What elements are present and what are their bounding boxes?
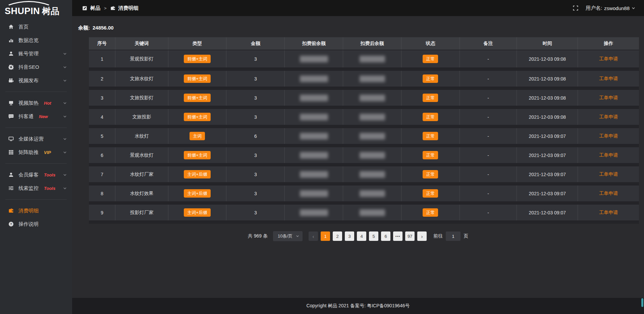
sidebar-item-首页[interactable]: 首页	[0, 20, 72, 34]
work-order-link[interactable]: 工单申请	[599, 133, 618, 139]
page-button-6[interactable]: 6	[381, 231, 390, 241]
topbar-right: 用户名: zswodun88	[573, 5, 635, 11]
cell-post-balance	[343, 203, 401, 222]
sidebar-item-label: 操作说明	[18, 221, 39, 227]
work-order-link[interactable]: 工单申请	[599, 210, 618, 215]
sidebar-item-抖音SEO[interactable]: 抖音SEO	[0, 60, 72, 74]
main-column: 树品 > 消费明细 用户名: zswodun88	[72, 0, 644, 314]
sidebar-item-矩阵助推[interactable]: 矩阵助推VIP	[0, 146, 72, 159]
cell-index: 1	[89, 50, 115, 69]
page-button-1[interactable]: 1	[321, 231, 330, 241]
sidebar-item-label: 消费明细	[18, 208, 39, 214]
work-order-link[interactable]: 工单申请	[599, 56, 618, 61]
chevron-down-icon	[63, 151, 67, 154]
column-header-扣费前余额: 扣费前余额	[285, 37, 343, 50]
cell-post-balance	[343, 88, 401, 107]
user-menu[interactable]: 用户名: zswodun88	[586, 5, 635, 11]
cell-type: 主词+后缀	[168, 184, 226, 203]
chevron-down-icon	[63, 101, 67, 105]
work-order-link[interactable]: 工单申请	[599, 191, 618, 196]
sidebar-item-会员爆客[interactable]: 会员爆客Tools	[0, 168, 72, 181]
topbar: 树品 > 消费明细 用户名: zswodun88	[72, 0, 644, 16]
scrollbar-thumb[interactable]	[641, 298, 643, 307]
cell-post-balance	[343, 165, 401, 184]
sidebar-item-视频发布[interactable]: 视频发布	[0, 74, 72, 87]
cell-amount: 3	[226, 146, 285, 165]
work-order-link[interactable]: 工单申请	[599, 171, 618, 177]
type-badge: 前缀+主词	[184, 94, 211, 102]
redacted-value	[300, 75, 328, 82]
cell-keyword: 文旅投影	[115, 107, 168, 126]
sidebar-item-数据总览[interactable]: 数据总览	[0, 34, 72, 47]
type-badge: 前缀+主词	[184, 151, 211, 160]
page-button-2[interactable]: 2	[333, 231, 342, 241]
sidebar-item-消费明细[interactable]: 消费明细	[0, 204, 72, 217]
sidebar-divider	[5, 127, 67, 128]
table-body: 1景观投影灯前缀+主词3正常-2021-12-03 09:08工单申请2文旅水纹…	[89, 50, 639, 222]
cell-status: 正常	[401, 184, 460, 203]
table-row: 7水纹灯厂家主词+后缀3正常-2021-12-03 09:07工单申请	[89, 165, 639, 184]
redacted-value	[300, 56, 328, 62]
redacted-value	[300, 95, 328, 101]
page-ellipsis-button[interactable]: •••	[393, 231, 402, 241]
table-row: 4文旅投影前缀+主词3正常-2021-12-03 09:08工单申请	[89, 107, 639, 126]
fullscreen-icon[interactable]	[573, 5, 578, 11]
chevron-down-icon	[632, 6, 635, 10]
cell-amount: 3	[226, 50, 285, 69]
next-page-button[interactable]: ›	[417, 231, 427, 241]
cell-amount: 3	[226, 165, 285, 184]
cell-pre-balance	[285, 165, 343, 184]
chevron-down-icon	[63, 115, 67, 118]
username-value: zswodun88	[604, 5, 630, 11]
work-order-link[interactable]: 工单申请	[599, 114, 618, 119]
sidebar-item-label: 全媒体运营	[18, 136, 44, 142]
cell-pre-balance	[285, 203, 343, 222]
work-order-link[interactable]: 工单申请	[599, 76, 618, 81]
page-button-5[interactable]: 5	[369, 231, 378, 241]
cell-remark: -	[460, 107, 517, 126]
goto-page-input[interactable]	[446, 231, 461, 241]
redacted-value	[300, 209, 328, 216]
cell-status: 正常	[401, 126, 460, 146]
column-header-备注: 备注	[460, 37, 517, 50]
breadcrumb-item-current[interactable]: 消费明细	[118, 5, 139, 11]
redacted-value	[360, 95, 385, 101]
svg-text:?: ?	[10, 222, 12, 226]
sidebar-item-label: 账号管理	[18, 51, 39, 57]
sidebar-item-线索监控[interactable]: 线索监控Tools	[0, 181, 72, 195]
cell-time: 2021-12-03 09:08	[517, 69, 578, 88]
page-size-select[interactable]: 10条/页	[273, 231, 303, 241]
chevron-down-icon	[63, 173, 67, 177]
cell-status: 正常	[401, 69, 460, 88]
username-label: 用户名:	[586, 5, 602, 11]
cell-status: 正常	[401, 88, 460, 107]
wallet-icon	[8, 208, 14, 214]
prev-page-button[interactable]: ‹	[309, 231, 318, 241]
sidebar-item-抖客通[interactable]: 抖客通New	[0, 110, 72, 123]
sidebar-item-全媒体运营[interactable]: 全媒体运营	[0, 132, 72, 146]
cell-action: 工单申请	[578, 184, 639, 203]
chevron-down-icon	[63, 137, 67, 141]
table-row: 8水纹灯效果主词+后缀3正常-2021-12-03 09:07工单申请	[89, 184, 639, 203]
redacted-value	[360, 152, 385, 159]
breadcrumb-item-home[interactable]: 树品	[90, 5, 100, 11]
work-order-link[interactable]: 工单申请	[599, 95, 618, 100]
sidebar-item-账号管理[interactable]: 账号管理	[0, 47, 72, 60]
page-button-4[interactable]: 4	[357, 231, 366, 241]
status-badge: 正常	[423, 113, 438, 121]
logo-text-cn: 树品	[42, 5, 59, 17]
sidebar-item-label: 抖客通	[18, 113, 34, 120]
page-button-97[interactable]: 97	[405, 231, 415, 241]
cell-index: 6	[89, 146, 115, 165]
column-header-扣费后余额: 扣费后余额	[343, 37, 401, 50]
grid-icon	[8, 150, 14, 155]
cell-pre-balance	[285, 69, 343, 88]
redacted-value	[300, 133, 328, 140]
page-button-3[interactable]: 3	[345, 231, 354, 241]
cell-amount: 3	[226, 88, 285, 107]
work-order-link[interactable]: 工单申请	[599, 152, 618, 158]
sidebar-item-tag: VIP	[44, 150, 51, 155]
cell-remark: -	[460, 50, 517, 69]
sidebar-item-操作说明[interactable]: ?操作说明	[0, 217, 72, 231]
sidebar-item-视频加热[interactable]: 视频加热Hot	[0, 96, 72, 110]
